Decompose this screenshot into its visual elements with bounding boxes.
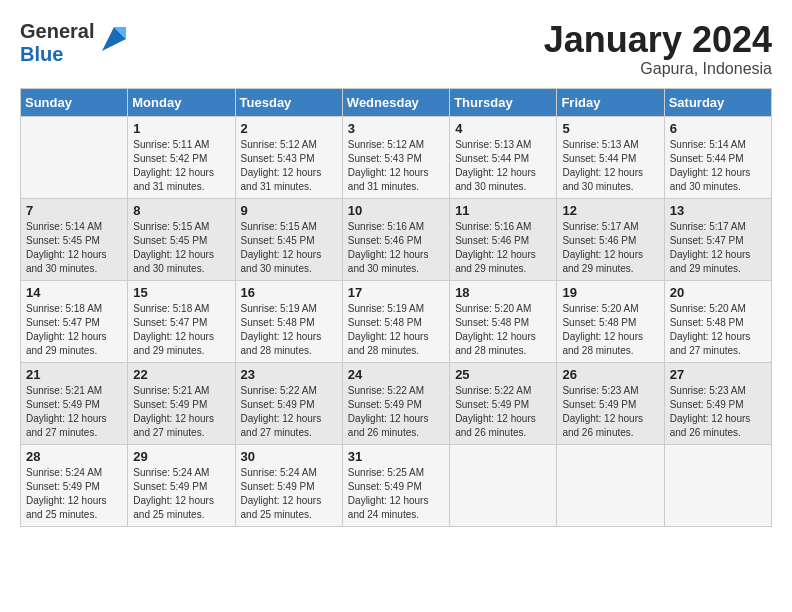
calendar-cell: 8Sunrise: 5:15 AMSunset: 5:45 PMDaylight… <box>128 198 235 280</box>
calendar-cell: 25Sunrise: 5:22 AMSunset: 5:49 PMDayligh… <box>450 362 557 444</box>
calendar-week-row: 1Sunrise: 5:11 AMSunset: 5:42 PMDaylight… <box>21 116 772 198</box>
day-number: 8 <box>133 203 229 218</box>
cell-sun-info: Sunrise: 5:13 AMSunset: 5:44 PMDaylight:… <box>562 138 658 194</box>
day-number: 28 <box>26 449 122 464</box>
calendar-cell <box>21 116 128 198</box>
calendar-week-row: 14Sunrise: 5:18 AMSunset: 5:47 PMDayligh… <box>21 280 772 362</box>
page-header: General Blue January 2024 Gapura, Indone… <box>20 20 772 78</box>
calendar-cell: 2Sunrise: 5:12 AMSunset: 5:43 PMDaylight… <box>235 116 342 198</box>
day-number: 4 <box>455 121 551 136</box>
day-number: 24 <box>348 367 444 382</box>
day-number: 9 <box>241 203 337 218</box>
day-number: 5 <box>562 121 658 136</box>
calendar-cell: 4Sunrise: 5:13 AMSunset: 5:44 PMDaylight… <box>450 116 557 198</box>
cell-sun-info: Sunrise: 5:16 AMSunset: 5:46 PMDaylight:… <box>348 220 444 276</box>
cell-sun-info: Sunrise: 5:24 AMSunset: 5:49 PMDaylight:… <box>133 466 229 522</box>
calendar-cell <box>557 444 664 526</box>
calendar-cell: 21Sunrise: 5:21 AMSunset: 5:49 PMDayligh… <box>21 362 128 444</box>
day-number: 17 <box>348 285 444 300</box>
calendar-cell: 22Sunrise: 5:21 AMSunset: 5:49 PMDayligh… <box>128 362 235 444</box>
cell-sun-info: Sunrise: 5:20 AMSunset: 5:48 PMDaylight:… <box>455 302 551 358</box>
day-number: 19 <box>562 285 658 300</box>
cell-sun-info: Sunrise: 5:18 AMSunset: 5:47 PMDaylight:… <box>133 302 229 358</box>
calendar-cell: 12Sunrise: 5:17 AMSunset: 5:46 PMDayligh… <box>557 198 664 280</box>
day-number: 30 <box>241 449 337 464</box>
cell-sun-info: Sunrise: 5:21 AMSunset: 5:49 PMDaylight:… <box>26 384 122 440</box>
cell-sun-info: Sunrise: 5:19 AMSunset: 5:48 PMDaylight:… <box>348 302 444 358</box>
calendar-cell: 9Sunrise: 5:15 AMSunset: 5:45 PMDaylight… <box>235 198 342 280</box>
day-number: 2 <box>241 121 337 136</box>
cell-sun-info: Sunrise: 5:14 AMSunset: 5:45 PMDaylight:… <box>26 220 122 276</box>
day-number: 21 <box>26 367 122 382</box>
day-number: 22 <box>133 367 229 382</box>
day-of-week-header: Tuesday <box>235 88 342 116</box>
cell-sun-info: Sunrise: 5:14 AMSunset: 5:44 PMDaylight:… <box>670 138 766 194</box>
day-number: 16 <box>241 285 337 300</box>
calendar-cell: 24Sunrise: 5:22 AMSunset: 5:49 PMDayligh… <box>342 362 449 444</box>
day-number: 20 <box>670 285 766 300</box>
day-number: 3 <box>348 121 444 136</box>
day-number: 10 <box>348 203 444 218</box>
day-of-week-header: Sunday <box>21 88 128 116</box>
cell-sun-info: Sunrise: 5:15 AMSunset: 5:45 PMDaylight:… <box>241 220 337 276</box>
logo-icon <box>98 23 130 55</box>
day-number: 14 <box>26 285 122 300</box>
calendar-cell: 20Sunrise: 5:20 AMSunset: 5:48 PMDayligh… <box>664 280 771 362</box>
calendar-cell: 28Sunrise: 5:24 AMSunset: 5:49 PMDayligh… <box>21 444 128 526</box>
cell-sun-info: Sunrise: 5:24 AMSunset: 5:49 PMDaylight:… <box>26 466 122 522</box>
cell-sun-info: Sunrise: 5:13 AMSunset: 5:44 PMDaylight:… <box>455 138 551 194</box>
day-of-week-header: Wednesday <box>342 88 449 116</box>
calendar-cell: 19Sunrise: 5:20 AMSunset: 5:48 PMDayligh… <box>557 280 664 362</box>
cell-sun-info: Sunrise: 5:16 AMSunset: 5:46 PMDaylight:… <box>455 220 551 276</box>
calendar-cell <box>664 444 771 526</box>
calendar-cell: 17Sunrise: 5:19 AMSunset: 5:48 PMDayligh… <box>342 280 449 362</box>
logo-general: General <box>20 20 94 42</box>
calendar-cell: 27Sunrise: 5:23 AMSunset: 5:49 PMDayligh… <box>664 362 771 444</box>
calendar-cell: 26Sunrise: 5:23 AMSunset: 5:49 PMDayligh… <box>557 362 664 444</box>
cell-sun-info: Sunrise: 5:20 AMSunset: 5:48 PMDaylight:… <box>670 302 766 358</box>
day-number: 27 <box>670 367 766 382</box>
cell-sun-info: Sunrise: 5:11 AMSunset: 5:42 PMDaylight:… <box>133 138 229 194</box>
calendar-cell: 1Sunrise: 5:11 AMSunset: 5:42 PMDaylight… <box>128 116 235 198</box>
title-block: January 2024 Gapura, Indonesia <box>544 20 772 78</box>
cell-sun-info: Sunrise: 5:22 AMSunset: 5:49 PMDaylight:… <box>348 384 444 440</box>
cell-sun-info: Sunrise: 5:17 AMSunset: 5:46 PMDaylight:… <box>562 220 658 276</box>
cell-sun-info: Sunrise: 5:12 AMSunset: 5:43 PMDaylight:… <box>348 138 444 194</box>
calendar-cell: 31Sunrise: 5:25 AMSunset: 5:49 PMDayligh… <box>342 444 449 526</box>
calendar-cell: 10Sunrise: 5:16 AMSunset: 5:46 PMDayligh… <box>342 198 449 280</box>
day-number: 26 <box>562 367 658 382</box>
logo: General Blue <box>20 20 130 66</box>
cell-sun-info: Sunrise: 5:23 AMSunset: 5:49 PMDaylight:… <box>562 384 658 440</box>
calendar-header-row: SundayMondayTuesdayWednesdayThursdayFrid… <box>21 88 772 116</box>
calendar-cell: 30Sunrise: 5:24 AMSunset: 5:49 PMDayligh… <box>235 444 342 526</box>
day-number: 11 <box>455 203 551 218</box>
calendar-cell: 16Sunrise: 5:19 AMSunset: 5:48 PMDayligh… <box>235 280 342 362</box>
cell-sun-info: Sunrise: 5:20 AMSunset: 5:48 PMDaylight:… <box>562 302 658 358</box>
cell-sun-info: Sunrise: 5:24 AMSunset: 5:49 PMDaylight:… <box>241 466 337 522</box>
day-of-week-header: Monday <box>128 88 235 116</box>
calendar-cell: 14Sunrise: 5:18 AMSunset: 5:47 PMDayligh… <box>21 280 128 362</box>
calendar-cell: 29Sunrise: 5:24 AMSunset: 5:49 PMDayligh… <box>128 444 235 526</box>
cell-sun-info: Sunrise: 5:25 AMSunset: 5:49 PMDaylight:… <box>348 466 444 522</box>
day-of-week-header: Friday <box>557 88 664 116</box>
calendar-cell: 11Sunrise: 5:16 AMSunset: 5:46 PMDayligh… <box>450 198 557 280</box>
day-number: 29 <box>133 449 229 464</box>
day-number: 6 <box>670 121 766 136</box>
day-of-week-header: Thursday <box>450 88 557 116</box>
calendar-cell: 15Sunrise: 5:18 AMSunset: 5:47 PMDayligh… <box>128 280 235 362</box>
cell-sun-info: Sunrise: 5:23 AMSunset: 5:49 PMDaylight:… <box>670 384 766 440</box>
calendar-cell: 13Sunrise: 5:17 AMSunset: 5:47 PMDayligh… <box>664 198 771 280</box>
day-of-week-header: Saturday <box>664 88 771 116</box>
calendar-cell: 6Sunrise: 5:14 AMSunset: 5:44 PMDaylight… <box>664 116 771 198</box>
calendar-cell: 5Sunrise: 5:13 AMSunset: 5:44 PMDaylight… <box>557 116 664 198</box>
calendar-week-row: 21Sunrise: 5:21 AMSunset: 5:49 PMDayligh… <box>21 362 772 444</box>
day-number: 1 <box>133 121 229 136</box>
day-number: 7 <box>26 203 122 218</box>
day-number: 31 <box>348 449 444 464</box>
day-number: 13 <box>670 203 766 218</box>
cell-sun-info: Sunrise: 5:19 AMSunset: 5:48 PMDaylight:… <box>241 302 337 358</box>
day-number: 12 <box>562 203 658 218</box>
cell-sun-info: Sunrise: 5:22 AMSunset: 5:49 PMDaylight:… <box>241 384 337 440</box>
calendar-week-row: 28Sunrise: 5:24 AMSunset: 5:49 PMDayligh… <box>21 444 772 526</box>
cell-sun-info: Sunrise: 5:21 AMSunset: 5:49 PMDaylight:… <box>133 384 229 440</box>
